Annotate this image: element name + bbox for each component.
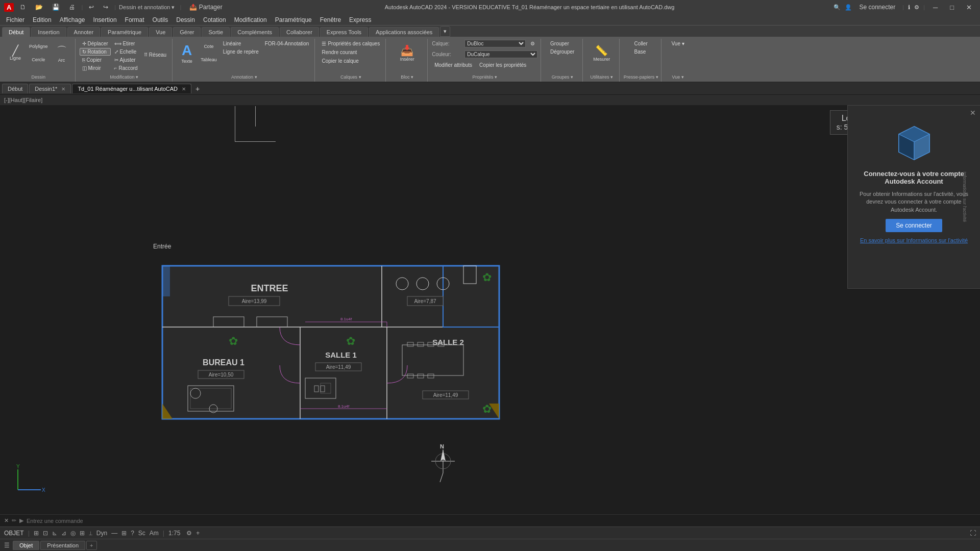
menu-fichier[interactable]: Fichier — [2, 15, 29, 24]
plus-btn[interactable]: + — [196, 530, 200, 537]
minimize-btn[interactable]: ─ — [929, 3, 942, 12]
command-input[interactable] — [27, 518, 976, 524]
ortho-icon[interactable]: ⊾ — [52, 530, 57, 537]
settings-gear[interactable]: ⚙ — [186, 530, 192, 537]
am-icon[interactable]: Am — [150, 530, 159, 537]
btn-copier[interactable]: ⎘ Copier — [80, 56, 111, 64]
tab-custom[interactable]: ▾ — [440, 26, 450, 37]
menu-express[interactable]: Express — [345, 15, 375, 24]
doc-tab-debut[interactable]: Début — [2, 84, 28, 93]
btn-copier-prop[interactable]: Copier les propriétés — [477, 61, 529, 69]
btn-mesurer[interactable]: 📏 Mesurer — [591, 40, 612, 66]
doc-tab-td01[interactable]: Td_01 Réaménager u...tilisant AutoCAD ✕ — [72, 84, 191, 93]
tab-express-tools[interactable]: Express Tools — [320, 27, 368, 37]
cmd-x-btn[interactable]: ✕ — [4, 517, 9, 524]
user-icon[interactable]: 👤 — [845, 4, 852, 11]
quick-redo[interactable]: ↪ — [100, 3, 111, 12]
btn-texte[interactable]: A Texte — [177, 40, 197, 66]
btn-raccord[interactable]: ⌐ Raccord — [112, 64, 140, 72]
autodesk-panel-close[interactable]: ✕ — [970, 109, 976, 117]
quick-print[interactable]: 🖨 — [66, 3, 78, 12]
menu-cotation[interactable]: Cotation — [199, 15, 230, 24]
color-select[interactable]: DuCalque — [464, 51, 537, 58]
fullscreen-icon[interactable]: ⛶ — [970, 530, 976, 537]
snap-icon[interactable]: ⊡ — [43, 530, 48, 537]
menu-outils[interactable]: Outils — [149, 15, 173, 24]
annotation-scale[interactable]: 1:75 — [168, 530, 180, 537]
tab-applications[interactable]: Applications associées — [369, 27, 439, 37]
sc-icon[interactable]: Sc — [138, 530, 145, 537]
dyn-icon[interactable]: Dyn — [96, 530, 107, 537]
btn-cercle[interactable]: Cercle — [27, 53, 51, 66]
btn-miroir[interactable]: ◫ Miroir — [80, 64, 111, 72]
btn-proprietes-calques[interactable]: ☰ Propriétés des calques — [319, 40, 382, 47]
btn-coller[interactable]: Coller — [632, 40, 650, 47]
btn-vue[interactable]: Vue ▾ — [669, 40, 687, 47]
connect-btn[interactable]: Se connecter — [856, 3, 898, 12]
btn-reseau[interactable]: ⠿ Réseau — [141, 51, 169, 59]
search-icon[interactable]: 🔍 — [834, 4, 841, 11]
quick-save[interactable]: 💾 — [49, 3, 63, 12]
btn-tableau[interactable]: Tableau — [198, 53, 219, 66]
qp-icon[interactable]: ? — [131, 530, 134, 537]
menu-insertion[interactable]: Insertion — [89, 15, 121, 24]
btn-degrouper[interactable]: Dégrouper — [548, 48, 577, 56]
btn-for04[interactable]: FOR-04-Annotation — [262, 40, 312, 47]
tab-insertion[interactable]: Insertion — [31, 27, 66, 37]
share-btn[interactable]: 📤 Partager — [186, 3, 225, 12]
btn-rotation[interactable]: ↻ Rotation — [80, 48, 111, 56]
autodesk-connect-btn[interactable]: Se connecter — [886, 219, 942, 232]
btn-calque-settings[interactable]: ⚙ — [528, 40, 537, 47]
otrack-icon[interactable]: ⊞ — [80, 530, 85, 537]
quick-open[interactable]: 📂 — [32, 3, 46, 12]
btn-arc[interactable]: ⌒ Arc — [52, 40, 72, 66]
tab-gerer[interactable]: Gérer — [173, 27, 201, 37]
btn-deplacer[interactable]: ✛ Déplacer — [80, 40, 111, 47]
grid-icon[interactable]: ⊞ — [34, 530, 39, 537]
btn-echelle[interactable]: ⤢ Echelle — [112, 48, 140, 56]
btn-etirer[interactable]: ⟺ Etirer — [112, 40, 140, 47]
lw-icon[interactable]: — — [111, 530, 117, 537]
btn-grouper[interactable]: Grouper — [548, 40, 577, 47]
doc-tab-td01-close[interactable]: ✕ — [182, 86, 186, 92]
btn-cote[interactable]: Cote — [198, 40, 219, 53]
menu-format[interactable]: Format — [121, 15, 149, 24]
tab-complements[interactable]: Compléments — [231, 27, 279, 37]
tab-parametrique[interactable]: Paramétrique — [101, 27, 148, 37]
btn-ligne[interactable]: ╱ Ligne — [5, 40, 26, 66]
tab-debut[interactable]: Début — [2, 27, 30, 37]
btn-polyligne[interactable]: Polyligne — [27, 40, 51, 53]
menu-fenetre[interactable]: Fenêtre — [316, 15, 345, 24]
btn-copier-calque[interactable]: Copier le calque — [319, 57, 382, 65]
btab-presentation[interactable]: Présentation — [40, 541, 85, 550]
tab-annoter[interactable]: Annoter — [67, 27, 101, 37]
layout-menu-icon[interactable]: ☰ — [2, 542, 12, 549]
doc-tab-dessin1-close[interactable]: ✕ — [61, 86, 65, 92]
btn-rendre-courant[interactable]: Rendre courant — [319, 48, 382, 56]
btab-objet[interactable]: Objet — [13, 541, 39, 550]
menu-modification[interactable]: Modification — [230, 15, 271, 24]
osnap-icon[interactable]: ◎ — [70, 530, 76, 537]
settings-icon[interactable]: ⚙ — [914, 4, 919, 11]
btn-lineaire[interactable]: Linéaire — [220, 40, 261, 47]
tab-collaborer[interactable]: Collaborer — [280, 27, 319, 37]
btab-add[interactable]: + — [86, 541, 96, 550]
layer-select[interactable]: DuBloc — [464, 40, 526, 47]
btn-ligne-repere[interactable]: Ligne de repère — [220, 48, 261, 56]
menu-edition[interactable]: Edition — [29, 15, 56, 24]
autodesk-learn-link[interactable]: En savoir plus sur Informations sur l'ac… — [860, 237, 968, 243]
new-tab-btn[interactable]: + — [192, 84, 203, 94]
maximize-btn[interactable]: □ — [946, 3, 958, 12]
btn-ajuster[interactable]: ✂ Ajuster — [112, 56, 140, 64]
menu-affichage[interactable]: Affichage — [56, 15, 89, 24]
quick-new[interactable]: 🗋 — [17, 3, 29, 12]
tab-vue[interactable]: Vue — [149, 27, 172, 37]
close-btn[interactable]: ✕ — [962, 3, 976, 12]
info-icon[interactable]: ℹ — [908, 4, 910, 11]
quick-undo[interactable]: ↩ — [86, 3, 97, 12]
polar-icon[interactable]: ⊿ — [61, 530, 66, 537]
menu-dessin[interactable]: Dessin — [172, 15, 199, 24]
tp-icon[interactable]: ⊞ — [121, 530, 127, 537]
btn-base[interactable]: Base — [632, 48, 650, 56]
ducs-icon[interactable]: ⟂ — [89, 530, 92, 537]
